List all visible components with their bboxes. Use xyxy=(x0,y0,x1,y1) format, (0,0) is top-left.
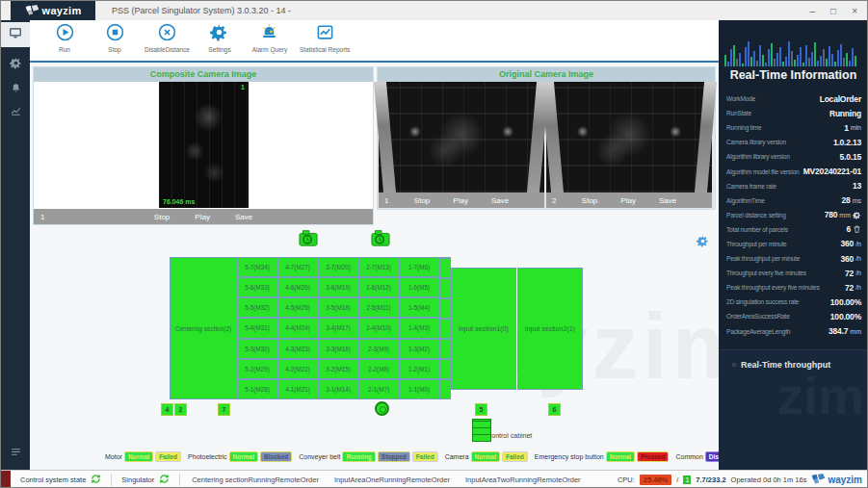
status-message: InputAreaTwoRunningRemoteOrder xyxy=(465,475,581,484)
info-value: 100.00% xyxy=(830,312,861,321)
play-button[interactable]: Play xyxy=(195,213,210,221)
legend-chip: Failed xyxy=(502,451,528,462)
info-value: 6 xyxy=(846,224,851,234)
grid-cell: 3-3(M16) xyxy=(318,339,358,359)
waveform-bar xyxy=(776,53,778,66)
waveform-bar xyxy=(753,51,755,66)
waveform-bar xyxy=(791,51,793,66)
legend-label: Common xyxy=(675,453,702,460)
waveform-bar xyxy=(817,61,819,66)
grid-cell: 3-4(M17) xyxy=(318,318,358,338)
wayzim-logo-icon xyxy=(25,4,39,18)
input-section-2: input section2(1) xyxy=(517,268,583,390)
stop-button[interactable]: Stop xyxy=(154,213,170,221)
info-unit: /h xyxy=(855,241,861,247)
camera-position-icon-1[interactable] xyxy=(298,228,319,251)
waveform-bar xyxy=(768,49,770,66)
info-unit: /h xyxy=(855,270,861,276)
diagram-settings-gear[interactable] xyxy=(697,234,709,251)
original-camera-panel: Original Camera Image 1 StopPlaySave 2 S… xyxy=(377,66,716,210)
info-label: Running time xyxy=(726,124,761,131)
original-camera-image-2 xyxy=(546,82,712,193)
toolbar-disable-distance-button[interactable]: DisableDistance xyxy=(140,23,195,53)
grid-cell: 3-6(M19) xyxy=(318,277,358,297)
toolbar-run-button[interactable]: Run xyxy=(39,23,90,53)
camera-index: 1 xyxy=(40,213,44,221)
play-button[interactable]: Play xyxy=(453,196,468,205)
refresh-icon[interactable] xyxy=(91,474,101,486)
toolbar-button-label: Statistical Reports xyxy=(300,46,350,53)
sidebar xyxy=(1,20,30,470)
waveform-bar xyxy=(814,42,816,66)
info-unit: /h xyxy=(855,284,861,291)
grid-cell: 3-2(M15) xyxy=(318,359,358,379)
info-value: 100.00% xyxy=(830,297,861,307)
waveform-bar xyxy=(748,41,750,66)
waveform-bar xyxy=(739,53,741,66)
camera-position-icon-2[interactable] xyxy=(370,228,391,251)
cpu-label: CPU: xyxy=(618,475,635,484)
panel-watermark: zim xyxy=(777,366,864,425)
waveform-bar xyxy=(727,62,729,66)
info-label: RunState xyxy=(726,110,751,116)
legend-group: Conveyer beltRunningStoppedFailed xyxy=(299,451,437,462)
close-button[interactable]: × xyxy=(852,6,857,16)
legend-label: Motor xyxy=(105,453,122,460)
sidebar-item-log[interactable] xyxy=(1,442,30,465)
camera-index: 2 xyxy=(552,196,556,205)
toolbar-statistical-reports-button[interactable]: Statistical Reports xyxy=(295,23,355,53)
device-marker: 4 xyxy=(161,403,173,416)
sidebar-item-reports[interactable] xyxy=(1,101,30,124)
toolbar-stop-button[interactable]: Stop xyxy=(90,23,140,53)
legend-chip: Normal xyxy=(606,451,635,462)
grid-cell: 4-5(M25) xyxy=(277,297,318,318)
waveform-bar xyxy=(800,47,802,66)
waveform-bar xyxy=(834,62,836,66)
refresh-icon[interactable] xyxy=(159,474,170,486)
info-value: 1.0.2.13 xyxy=(833,138,861,147)
waveform-bar xyxy=(733,45,735,66)
grid-cell: 2-6(M12) xyxy=(358,277,399,297)
composite-camera-controls: 1 StopPlaySave xyxy=(34,209,373,224)
brand-name: wayzim xyxy=(42,5,82,16)
grid-cell: 1-1(M0) xyxy=(399,379,439,399)
waveform-bar xyxy=(779,47,781,66)
waveform-bar xyxy=(724,55,726,66)
play-button[interactable]: Play xyxy=(620,196,636,205)
grid-cell: 2-2(M8) xyxy=(358,359,399,379)
info-label: WorkMode xyxy=(726,95,755,102)
toolbar-settings-button[interactable]: Settings xyxy=(195,23,245,53)
info-value: 28 xyxy=(842,195,851,205)
realtime-info-panel: Real-Time Information WorkModeLocalOrder… xyxy=(719,20,868,470)
info-label: Algorithm library version xyxy=(726,153,790,160)
info-value: 384.7 xyxy=(829,326,848,336)
bullet-icon xyxy=(732,363,736,367)
camera-icon xyxy=(298,234,319,250)
trash-icon[interactable] xyxy=(853,220,861,238)
waveform-bar xyxy=(837,50,839,66)
stop-button[interactable]: Stop xyxy=(414,196,430,205)
legend-label: Conveyer belt xyxy=(299,453,340,460)
grid-cell: 5-4(M31) xyxy=(237,318,277,338)
maximize-button[interactable]: □ xyxy=(830,6,836,16)
info-row: RunStateRunning xyxy=(726,106,861,120)
toolbar: RunStopDisableDistanceSettingsAlarm Quer… xyxy=(30,20,719,63)
info-unit: mm xyxy=(850,328,861,335)
save-button[interactable]: Save xyxy=(235,213,252,221)
transfer-strip xyxy=(439,257,451,399)
waveform-bar xyxy=(756,61,758,66)
corner-indicator xyxy=(1,471,11,488)
save-button[interactable]: Save xyxy=(491,196,509,205)
toolbar-alarm-query-button[interactable]: Alarm Query xyxy=(245,23,295,53)
sidebar-item-monitor[interactable] xyxy=(1,22,30,47)
waveform-bar xyxy=(829,46,830,66)
toolbar-button-label: Stop xyxy=(94,46,135,53)
stop-button[interactable]: Stop xyxy=(582,196,597,205)
save-button[interactable]: Save xyxy=(659,196,676,205)
sidebar-item-alarm[interactable] xyxy=(1,78,30,101)
info-value: 13 xyxy=(853,181,861,191)
minimize-button[interactable]: – xyxy=(810,6,816,16)
sidebar-item-settings[interactable] xyxy=(1,53,30,76)
legend-group: CameraNormalFailed xyxy=(445,451,528,462)
window-controls: – □ × xyxy=(810,1,857,20)
